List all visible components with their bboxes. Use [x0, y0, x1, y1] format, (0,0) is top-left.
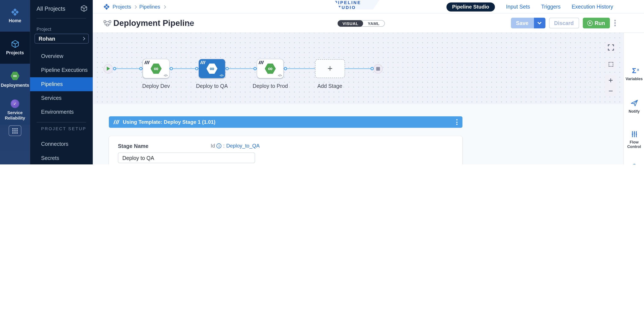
project-label: Project [36, 27, 51, 32]
sidebar-item-connectors[interactable]: Connectors [30, 137, 93, 151]
service-reliability-icon: ✓ [11, 100, 19, 108]
visual-yaml-toggle: VISUAL YAML [338, 20, 385, 27]
port-dot [226, 67, 229, 70]
sidebar-item-secrets[interactable]: Secrets [30, 151, 93, 164]
module-rail: Home Projects ∞ Deployments ✓ Service Re… [0, 0, 30, 164]
variables-sigma-icon: Σx [632, 67, 636, 74]
deployments-icon: ∞ [10, 71, 20, 80]
panel-item-variables[interactable]: Σx Variables [624, 67, 644, 81]
fullscreen-button[interactable] [605, 42, 616, 53]
rail-item-service-reliability[interactable]: ✓ Service Reliability [0, 95, 30, 124]
port-dot [195, 67, 198, 70]
stage-node-deploy-to-prod[interactable]: ∞ </> [257, 59, 283, 78]
run-button[interactable]: Run [583, 18, 610, 29]
play-icon [587, 20, 592, 26]
header-tabs: Pipeline Studio Input Sets Triggers Exec… [446, 0, 613, 14]
cd-stage-icon: ∞ [265, 63, 276, 74]
sidebar-item-label: Pipelines [41, 81, 62, 87]
divider [36, 18, 86, 19]
code-badge-icon: </> [220, 74, 224, 77]
panel-label: Variables [624, 77, 644, 81]
stage-label-add-stage[interactable]: Add Stage [317, 83, 342, 89]
tab-execution-history[interactable]: Execution History [572, 4, 613, 10]
stage-id-row: Id i : Deploy_to_QA [211, 143, 260, 149]
rail-label-deployments: Deployments [1, 83, 29, 88]
all-projects-cube-icon[interactable] [80, 5, 88, 12]
rail-item-projects[interactable]: Projects [0, 32, 30, 64]
project-selector[interactable]: Rohan [34, 34, 89, 44]
panel-item-policy-sets[interactable]: Policy Sets [624, 164, 644, 164]
pipeline-start-node [103, 64, 112, 73]
save-dropdown-button[interactable] [534, 18, 545, 29]
panel-item-notify[interactable]: Notify [624, 99, 644, 114]
breadcrumb-projects[interactable]: Projects [112, 4, 131, 10]
rail-item-home[interactable]: Home [0, 0, 30, 32]
pipeline-studio-ribbon: PIPELINE STUDIO [334, 0, 380, 10]
pipeline-canvas[interactable]: ∞ </> ∞ </> ∞ </> + Deploy Dev Deploy to… [93, 33, 623, 104]
stage-label-deploy-to-prod[interactable]: Deploy to Prod [252, 83, 288, 89]
pipeline-end-node [373, 64, 382, 73]
sidebar-item-label: Services [41, 95, 62, 101]
panel-item-flow-control[interactable]: Flow Control [624, 131, 644, 149]
tab-pipeline-studio[interactable]: Pipeline Studio [446, 2, 495, 11]
port-dot [254, 67, 256, 70]
chevron-right-icon [82, 37, 85, 41]
tab-input-sets[interactable]: Input Sets [506, 4, 530, 10]
action-buttons: Save Discard Run [511, 18, 616, 29]
sidebar-item-environments[interactable]: Environments [30, 105, 93, 119]
id-label: Id [211, 143, 215, 149]
harness-logo-icon [104, 4, 110, 10]
save-button[interactable]: Save [511, 18, 534, 29]
discard-button[interactable]: Discard [549, 18, 579, 29]
more-options-button[interactable] [614, 19, 616, 27]
toggle-yaml[interactable]: YAML [363, 21, 384, 26]
port-dot [284, 67, 287, 70]
stage-id-value[interactable]: Deploy_to_QA [226, 143, 260, 149]
stage-label-deploy-dev[interactable]: Deploy Dev [142, 83, 170, 89]
sidebar-title: All Projects [36, 5, 66, 12]
breadcrumb-pipelines[interactable]: Pipelines [139, 4, 160, 10]
stage-node-deploy-dev[interactable]: ∞ </> [143, 59, 169, 78]
stage-label-deploy-to-qa[interactable]: Deploy to QA [196, 83, 228, 89]
toggle-visual[interactable]: VISUAL [338, 20, 363, 27]
save-split-button: Save [511, 18, 545, 29]
sidebar-item-overview[interactable]: Overview [30, 49, 93, 63]
panel-label: Notify [624, 109, 644, 114]
rail-label-projects: Projects [6, 50, 24, 55]
template-menu-button[interactable] [456, 118, 458, 126]
template-badge-icon [145, 61, 149, 64]
projects-cube-icon [11, 40, 19, 48]
info-icon[interactable]: i [217, 143, 222, 148]
project-name: Rohan [39, 36, 55, 42]
sidebar-item-pipelines[interactable]: Pipelines [30, 77, 93, 91]
rail-item-deployments[interactable]: ∞ Deployments [0, 64, 30, 95]
sidebar-item-services[interactable]: Services [30, 91, 93, 105]
stage-name-input[interactable] [118, 152, 255, 163]
project-sidebar: All Projects Project Rohan Overview Pipe… [30, 0, 93, 164]
stage-node-deploy-to-qa[interactable]: ∞ </> [199, 59, 225, 78]
project-setup-heading: PROJECT SETUP [41, 126, 86, 131]
using-template-text: Using Template: Deploy Stage 1 (1.01) [123, 119, 216, 125]
template-badge-icon [259, 61, 263, 64]
module-grid-button[interactable] [8, 125, 21, 136]
zoom-out-button[interactable]: − [608, 87, 613, 95]
studio-tools-panel: Σx Variables Notify Flow Control Policy … [624, 33, 644, 164]
using-template-bar[interactable]: Using Template: Deploy Stage 1 (1.01) [109, 116, 462, 128]
zoom-in-button[interactable]: + [608, 76, 613, 84]
tab-triggers[interactable]: Triggers [541, 4, 561, 10]
port-dot [113, 67, 116, 70]
sidebar-item-pipeline-executions[interactable]: Pipeline Executions [30, 63, 93, 77]
port-dot [139, 67, 142, 70]
page-title: Deployment Pipeline [114, 18, 194, 28]
selection-mode-button[interactable] [605, 59, 616, 70]
stage-name-label: Stage Name [118, 143, 148, 149]
sidebar-item-label: Environments [41, 109, 74, 115]
chevron-right-icon [134, 5, 137, 9]
title-bar: Deployment Pipeline VISUAL YAML Save Dis… [93, 14, 644, 33]
home-icon [11, 8, 19, 16]
add-stage-button[interactable]: + [315, 59, 345, 78]
port-dot [170, 67, 173, 70]
edit-pencil-icon[interactable] [188, 21, 194, 27]
fullscreen-icon [608, 44, 614, 51]
breadcrumb: Projects Pipelines [104, 0, 166, 14]
